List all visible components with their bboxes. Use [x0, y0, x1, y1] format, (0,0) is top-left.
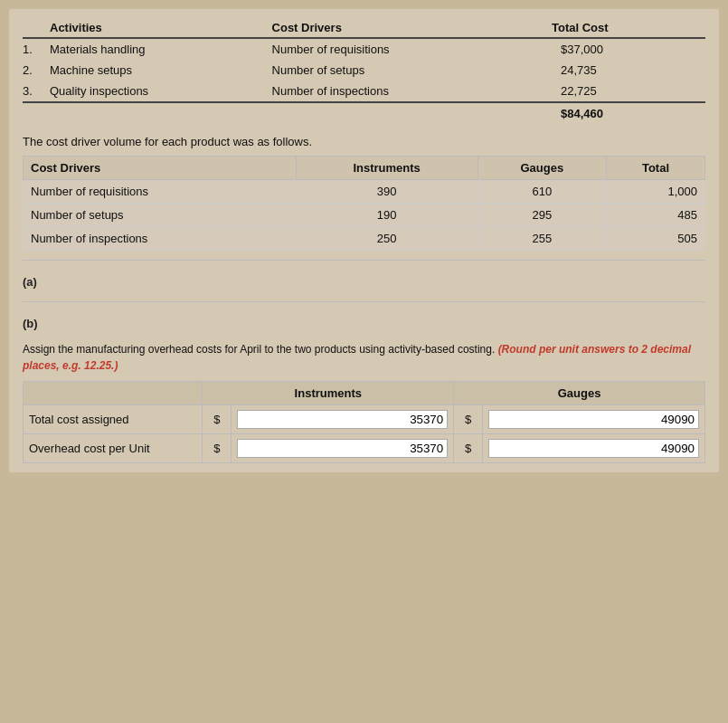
total-val-1: 1,000 [606, 180, 704, 204]
total-cost-label: Total cost assigned [24, 405, 203, 434]
instruments-dollar-2: $ [203, 434, 232, 463]
gauges-input-1[interactable] [482, 405, 704, 434]
col-num-header [23, 18, 50, 38]
divider-a [23, 260, 705, 261]
gauges-group-header: Gauges [454, 382, 705, 405]
driver-name-1: Number of requisitions [272, 38, 534, 60]
total-cost-header: Total Cost [534, 18, 705, 38]
activity-row-2: 2. Machine setups Number of setups 24,73… [23, 60, 705, 81]
row-num-2: 2. [23, 60, 50, 81]
cost-2: 24,735 [534, 60, 705, 81]
driver-name-2: Number of setups [272, 60, 534, 81]
activity-row-3: 3. Quality inspections Number of inspect… [23, 81, 705, 102]
driver-col-header: Cost Drivers [24, 157, 297, 180]
activity-name-3: Quality inspections [50, 81, 272, 102]
driver-label-1: Number of requisitions [24, 180, 297, 204]
row-num-3: 3. [23, 81, 50, 102]
cost-drivers-header: Cost Drivers [272, 18, 534, 38]
main-container: Activities Cost Drivers Total Cost 1. Ma… [9, 9, 719, 472]
instruments-input-1[interactable] [232, 405, 454, 434]
total-cost-row: Total cost assigned $ $ [24, 405, 705, 434]
driver-label-3: Number of inspections [24, 227, 297, 251]
gauges-overhead-input[interactable] [488, 439, 699, 458]
gauges-cost-input[interactable] [488, 410, 699, 429]
instruments-input-2[interactable] [232, 434, 454, 463]
driver-label-2: Number of setups [24, 204, 297, 227]
gauges-val-1: 610 [477, 180, 606, 204]
overhead-cost-row: Overhead cost per Unit $ $ [24, 434, 705, 463]
section-a-label: (a) [23, 270, 705, 292]
activities-table: Activities Cost Drivers Total Cost 1. Ma… [23, 18, 705, 124]
driver-row-2: Number of setups 190 295 485 [24, 204, 705, 227]
instruments-val-2: 190 [296, 204, 477, 227]
total-val-3: 505 [606, 227, 704, 251]
instruments-col-header: Instruments [296, 157, 477, 180]
driver-name-3: Number of inspections [272, 81, 534, 102]
instruments-group-header: Instruments [203, 382, 454, 405]
cost-1: $37,000 [534, 38, 705, 60]
instruments-val-3: 250 [296, 227, 477, 251]
total-spacer [23, 102, 534, 124]
total-row: $84,460 [23, 102, 705, 124]
gauges-val-3: 255 [477, 227, 606, 251]
instruments-overhead-input[interactable] [237, 439, 448, 458]
gauges-dollar-2: $ [454, 434, 483, 463]
gauges-val-2: 295 [477, 204, 606, 227]
activities-header: Activities [50, 18, 272, 38]
driver-table: Cost Drivers Instruments Gauges Total Nu… [23, 156, 705, 251]
total-val-2: 485 [606, 204, 704, 227]
divider-b [23, 301, 705, 302]
instruction-main: Assign the manufacturing overhead costs … [23, 343, 495, 356]
bottom-table: Instruments Gauges Total cost assigned $… [23, 381, 705, 463]
row-num-1: 1. [23, 38, 50, 60]
description-text: The cost driver volume for each product … [23, 135, 705, 148]
gauges-dollar-1: $ [454, 405, 483, 434]
overhead-cost-label: Overhead cost per Unit [24, 434, 203, 463]
gauges-input-2[interactable] [482, 434, 704, 463]
activity-name-2: Machine setups [50, 60, 272, 81]
instruments-cost-input[interactable] [237, 410, 448, 429]
driver-row-3: Number of inspections 250 255 505 [24, 227, 705, 251]
total-value: $84,460 [534, 102, 705, 124]
instruments-dollar-1: $ [203, 405, 232, 434]
section-b-label: (b) [23, 311, 705, 334]
instruments-val-1: 390 [296, 180, 477, 204]
activity-row-1: 1. Materials handling Number of requisit… [23, 38, 705, 60]
activity-name-1: Materials handling [50, 38, 272, 60]
bottom-col-blank [24, 382, 203, 405]
gauges-col-header: Gauges [477, 157, 606, 180]
driver-row-1: Number of requisitions 390 610 1,000 [24, 180, 705, 204]
total-col-header: Total [606, 157, 704, 180]
instruction-text: Assign the manufacturing overhead costs … [23, 341, 705, 374]
cost-3: 22,725 [534, 81, 705, 102]
